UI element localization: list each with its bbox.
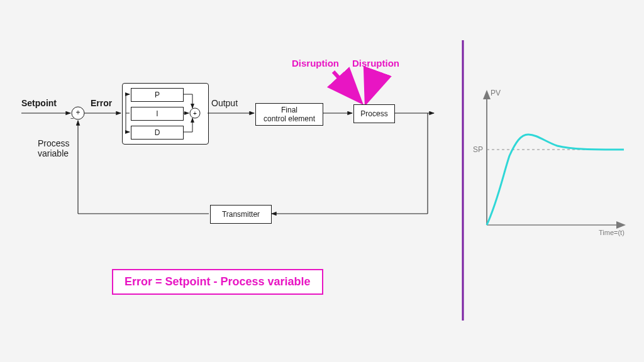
svg-line-23 xyxy=(333,72,358,99)
chart-xlabel: Time=(t) xyxy=(599,229,625,236)
svg-line-24 xyxy=(367,72,377,99)
block-process: Process xyxy=(353,104,395,123)
error-formula: Error = Setpoint - Process variable xyxy=(112,269,323,295)
diagram-lines: + − + PV Time=(t) SP xyxy=(0,0,644,362)
chart-sp-label: SP xyxy=(473,145,483,154)
svg-text:+: + xyxy=(75,108,80,117)
svg-text:+: + xyxy=(193,110,197,117)
svg-text:−: − xyxy=(70,115,74,122)
block-fce: Final control element xyxy=(255,103,323,126)
block-transmitter: Transmitter xyxy=(210,205,272,224)
chart-ylabel: PV xyxy=(491,89,501,97)
